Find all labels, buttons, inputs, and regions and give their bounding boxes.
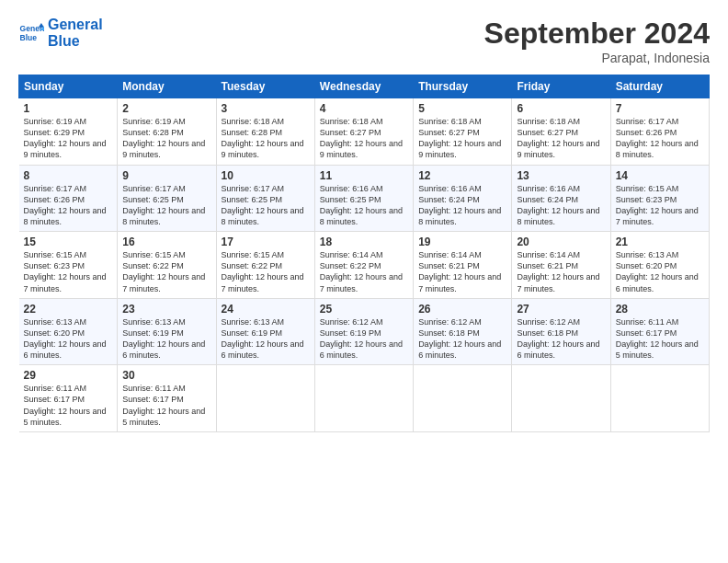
day-number: 19 xyxy=(418,236,506,248)
day-number: 29 xyxy=(24,369,113,382)
cell-info: Sunrise: 6:16 AMSunset: 6:24 PMDaylight:… xyxy=(418,183,506,228)
cell-info: Sunrise: 6:18 AMSunset: 6:27 PMDaylight:… xyxy=(517,116,605,161)
calendar-cell: 11Sunrise: 6:16 AMSunset: 6:25 PMDayligh… xyxy=(314,165,413,232)
calendar-week-5: 29Sunrise: 6:11 AMSunset: 6:17 PMDayligh… xyxy=(19,365,710,432)
day-number: 16 xyxy=(122,236,210,248)
calendar-cell: 24Sunrise: 6:13 AMSunset: 6:19 PMDayligh… xyxy=(216,298,314,365)
calendar-cell: 20Sunrise: 6:14 AMSunset: 6:21 PMDayligh… xyxy=(512,232,610,299)
calendar-cell: 22Sunrise: 6:13 AMSunset: 6:20 PMDayligh… xyxy=(19,298,118,365)
day-number: 22 xyxy=(24,303,113,316)
calendar-cell xyxy=(314,365,413,432)
cell-info: Sunrise: 6:13 AMSunset: 6:20 PMDaylight:… xyxy=(616,249,704,294)
calendar-cell: 5Sunrise: 6:18 AMSunset: 6:27 PMDaylight… xyxy=(414,98,512,166)
calendar-cell: 8Sunrise: 6:17 AMSunset: 6:26 PMDaylight… xyxy=(19,165,118,232)
cell-info: Sunrise: 6:15 AMSunset: 6:22 PMDaylight:… xyxy=(122,249,210,294)
day-number: 20 xyxy=(517,236,605,248)
cell-info: Sunrise: 6:12 AMSunset: 6:18 PMDaylight:… xyxy=(517,316,605,362)
calendar-header-row: SundayMondayTuesdayWednesdayThursdayFrid… xyxy=(19,75,710,98)
calendar-cell: 28Sunrise: 6:11 AMSunset: 6:17 PMDayligh… xyxy=(610,298,709,365)
calendar-cell: 21Sunrise: 6:13 AMSunset: 6:20 PMDayligh… xyxy=(610,232,709,299)
header-thursday: Thursday xyxy=(414,75,512,98)
calendar-cell: 14Sunrise: 6:15 AMSunset: 6:23 PMDayligh… xyxy=(610,165,709,232)
page: General Blue General Blue September 2024… xyxy=(0,0,728,563)
cell-info: Sunrise: 6:18 AMSunset: 6:27 PMDaylight:… xyxy=(320,116,408,161)
day-number: 17 xyxy=(222,236,310,248)
cell-info: Sunrise: 6:17 AMSunset: 6:25 PMDaylight:… xyxy=(122,183,210,228)
cell-info: Sunrise: 6:17 AMSunset: 6:25 PMDaylight:… xyxy=(222,183,310,228)
calendar-cell: 18Sunrise: 6:14 AMSunset: 6:22 PMDayligh… xyxy=(314,232,413,299)
cell-info: Sunrise: 6:16 AMSunset: 6:24 PMDaylight:… xyxy=(517,183,605,228)
header-tuesday: Tuesday xyxy=(216,75,314,98)
svg-text:Blue: Blue xyxy=(20,33,38,42)
calendar-cell: 30Sunrise: 6:11 AMSunset: 6:17 PMDayligh… xyxy=(118,365,216,432)
calendar-cell: 27Sunrise: 6:12 AMSunset: 6:18 PMDayligh… xyxy=(512,298,610,365)
calendar-cell: 23Sunrise: 6:13 AMSunset: 6:19 PMDayligh… xyxy=(118,298,216,365)
title-block: September 2024 Parapat, Indonesia xyxy=(484,17,710,65)
calendar-table: SundayMondayTuesdayWednesdayThursdayFrid… xyxy=(18,75,710,432)
calendar-week-3: 15Sunrise: 6:15 AMSunset: 6:23 PMDayligh… xyxy=(19,232,710,299)
calendar-cell: 6Sunrise: 6:18 AMSunset: 6:27 PMDaylight… xyxy=(512,98,610,166)
logo-icon: General Blue xyxy=(18,20,44,46)
day-number: 4 xyxy=(320,102,408,115)
header-wednesday: Wednesday xyxy=(314,75,413,98)
cell-info: Sunrise: 6:18 AMSunset: 6:28 PMDaylight:… xyxy=(222,116,310,161)
cell-info: Sunrise: 6:15 AMSunset: 6:23 PMDaylight:… xyxy=(24,249,113,294)
cell-info: Sunrise: 6:18 AMSunset: 6:27 PMDaylight:… xyxy=(418,116,506,161)
cell-info: Sunrise: 6:11 AMSunset: 6:17 PMDaylight:… xyxy=(616,316,704,362)
calendar-cell xyxy=(512,365,610,432)
cell-info: Sunrise: 6:16 AMSunset: 6:25 PMDaylight:… xyxy=(320,183,408,228)
calendar-cell: 10Sunrise: 6:17 AMSunset: 6:25 PMDayligh… xyxy=(216,165,314,232)
calendar-cell: 1Sunrise: 6:19 AMSunset: 6:29 PMDaylight… xyxy=(19,98,118,166)
calendar-cell xyxy=(610,365,709,432)
day-number: 27 xyxy=(517,303,605,316)
day-number: 9 xyxy=(122,169,210,182)
cell-info: Sunrise: 6:15 AMSunset: 6:23 PMDaylight:… xyxy=(616,183,704,228)
day-number: 14 xyxy=(616,169,704,182)
cell-info: Sunrise: 6:14 AMSunset: 6:21 PMDaylight:… xyxy=(418,249,506,294)
header: General Blue General Blue September 2024… xyxy=(18,17,710,65)
cell-info: Sunrise: 6:11 AMSunset: 6:17 PMDaylight:… xyxy=(24,383,113,428)
day-number: 1 xyxy=(24,102,113,115)
calendar-cell: 17Sunrise: 6:15 AMSunset: 6:22 PMDayligh… xyxy=(216,232,314,299)
calendar-cell: 13Sunrise: 6:16 AMSunset: 6:24 PMDayligh… xyxy=(512,165,610,232)
cell-info: Sunrise: 6:17 AMSunset: 6:26 PMDaylight:… xyxy=(616,116,704,161)
day-number: 11 xyxy=(320,169,408,182)
calendar-cell: 7Sunrise: 6:17 AMSunset: 6:26 PMDaylight… xyxy=(610,98,709,166)
logo-general: General xyxy=(48,17,103,33)
header-saturday: Saturday xyxy=(610,75,709,98)
day-number: 28 xyxy=(616,303,704,316)
day-number: 5 xyxy=(418,102,506,115)
day-number: 8 xyxy=(24,169,113,182)
cell-info: Sunrise: 6:19 AMSunset: 6:28 PMDaylight:… xyxy=(122,116,210,161)
day-number: 6 xyxy=(517,102,605,115)
cell-info: Sunrise: 6:14 AMSunset: 6:22 PMDaylight:… xyxy=(320,249,408,294)
cell-info: Sunrise: 6:11 AMSunset: 6:17 PMDaylight:… xyxy=(122,383,210,428)
day-number: 18 xyxy=(320,236,408,248)
day-number: 25 xyxy=(320,303,408,316)
calendar-cell: 25Sunrise: 6:12 AMSunset: 6:19 PMDayligh… xyxy=(314,298,413,365)
header-monday: Monday xyxy=(118,75,216,98)
day-number: 15 xyxy=(24,236,113,248)
calendar-cell: 12Sunrise: 6:16 AMSunset: 6:24 PMDayligh… xyxy=(414,165,512,232)
location: Parapat, Indonesia xyxy=(484,51,710,65)
calendar-cell xyxy=(216,365,314,432)
cell-info: Sunrise: 6:12 AMSunset: 6:19 PMDaylight:… xyxy=(320,316,408,362)
calendar-cell: 9Sunrise: 6:17 AMSunset: 6:25 PMDaylight… xyxy=(118,165,216,232)
calendar-cell: 16Sunrise: 6:15 AMSunset: 6:22 PMDayligh… xyxy=(118,232,216,299)
header-friday: Friday xyxy=(512,75,610,98)
day-number: 7 xyxy=(616,102,704,115)
day-number: 24 xyxy=(222,303,310,316)
day-number: 23 xyxy=(122,303,210,316)
day-number: 3 xyxy=(222,102,310,115)
calendar-cell: 3Sunrise: 6:18 AMSunset: 6:28 PMDaylight… xyxy=(216,98,314,166)
calendar-week-4: 22Sunrise: 6:13 AMSunset: 6:20 PMDayligh… xyxy=(19,298,710,365)
cell-info: Sunrise: 6:13 AMSunset: 6:20 PMDaylight:… xyxy=(24,316,113,362)
cell-info: Sunrise: 6:13 AMSunset: 6:19 PMDaylight:… xyxy=(222,316,310,362)
calendar-cell: 19Sunrise: 6:14 AMSunset: 6:21 PMDayligh… xyxy=(414,232,512,299)
day-number: 2 xyxy=(122,102,210,115)
day-number: 26 xyxy=(418,303,506,316)
logo: General Blue General Blue xyxy=(18,17,103,51)
calendar-week-1: 1Sunrise: 6:19 AMSunset: 6:29 PMDaylight… xyxy=(19,98,710,166)
cell-info: Sunrise: 6:13 AMSunset: 6:19 PMDaylight:… xyxy=(122,316,210,362)
calendar-week-2: 8Sunrise: 6:17 AMSunset: 6:26 PMDaylight… xyxy=(19,165,710,232)
